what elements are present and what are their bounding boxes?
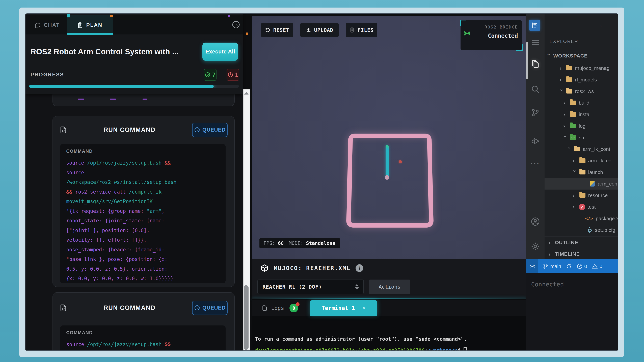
python-file-icon [590,181,595,187]
tab-divider [305,304,306,312]
git-branch-item[interactable]: main [542,263,561,269]
pip-purple [228,15,230,17]
tree-item-label: launch [588,169,603,175]
tab-logs[interactable]: Logs 0 [262,304,298,312]
app-logo-icon[interactable] [529,20,540,31]
tree-item-ros2_ws[interactable]: ›ros2_ws [544,85,618,97]
chevron-down-icon: › [546,54,552,58]
tree-item-resource[interactable]: ›resource [544,190,618,201]
command-line: velocity: [], effort: []}}, [66,235,220,245]
plan-header: CHAT PLAN ROS2 Robot Arm Control System … [26,14,243,94]
chevron-right-icon: › [560,77,564,83]
chevron-right-icon: › [560,65,564,71]
tree-item-arm_ik_cont[interactable]: ›arm_ik_cont [544,143,618,155]
log-file-icon [262,305,268,311]
files-button[interactable]: FILES [346,23,377,37]
connection-status: Connected [531,281,564,288]
tree-item-arm_cont[interactable]: arm_cont [544,178,618,190]
folder-icon [566,66,572,70]
connection-footer: Connected [526,273,618,351]
upload-button[interactable]: UPLOAD [300,23,338,37]
scroll-up-arrow-icon[interactable] [244,92,248,94]
tree-item-label: arm_cont [598,181,618,187]
tree-item-label: log [579,123,586,129]
scrollbar-thumb[interactable] [244,285,248,350]
progress-fill [29,85,214,88]
command-label: COMMAND [66,330,220,335]
tab-plan[interactable]: PLAN [67,15,113,35]
tree-item-mujoco_menag[interactable]: ›mujoco_menag [544,62,618,74]
errors-item[interactable]: 0 [576,263,587,269]
workspace-root[interactable]: › WORKSPACE [547,53,588,59]
tree-item-log[interactable]: ›log [544,120,618,132]
app-window: RUN COMMAND QUEUED COMMAND source /opt/r… [25,13,618,351]
source-control-icon[interactable] [530,107,541,118]
viewport-scrollbar-thumb[interactable] [526,42,528,79]
run-command-card: RUN COMMAND QUEUED COMMAND source /opt/r… [52,292,234,351]
command-line: "base_link"}, pose: {position: {x: [66,255,220,264]
reacher-arm-link [386,145,388,178]
timeline-section[interactable]: › TIMELINE [544,248,618,259]
chevron-right-icon: › [548,251,552,257]
tree-item-label: arm_ik_co [588,158,611,164]
menu-icon[interactable] [530,37,541,48]
history-clock-button[interactable] [232,20,240,29]
command-box: COMMAND source /opt/ros/jazzy/setup.bash… [60,326,226,351]
code-remnant [142,98,147,100]
file-tree: ›mujoco_menag›rl_models›ros2_ws›build›in… [544,62,618,236]
pip-teal [67,14,70,17]
tree-item-setup.cfg[interactable]: setup.cfg [544,224,618,236]
folder-open-icon [574,147,580,151]
outline-section[interactable]: › OUTLINE [544,237,618,248]
actions-button[interactable]: Actions [369,280,410,294]
viewport-hud: FPS: 60 MODE: Standalone [260,238,340,248]
more-actions-icon[interactable]: ··· [530,158,541,169]
command-line: pose_stamped: {header: {frame_id: [66,245,220,255]
ros2-bridge-badge: ROS2 BRIDGE Connected [460,20,522,50]
test-flask-icon [580,204,585,210]
remote-indicator[interactable]: >< [526,259,538,273]
plan-title: ROS2 Robot Arm Control System with ... [30,47,202,56]
tree-item-src[interactable]: ›<>src [544,132,618,143]
explorer-pane: ← EXPLORER › WORKSPACE ›mujoco_menag›rl_… [544,14,618,259]
back-arrow-icon[interactable]: ← [599,20,606,29]
plan-scrollbar[interactable] [243,89,250,351]
clock-icon [194,127,200,133]
terminal-output[interactable]: To run a command as administrator (user … [255,319,523,351]
reset-button[interactable]: RESET [261,23,293,37]
tree-item-rl_models[interactable]: ›rl_models [544,74,618,85]
model-select[interactable]: REACHER RL (2-DOF) [258,280,364,294]
execute-all-button[interactable]: Execute All [202,42,238,61]
settings-gear-icon[interactable] [530,241,541,252]
tree-item-label: src [579,135,586,140]
explorer-files-icon[interactable] [530,59,541,69]
check-circle-icon [205,72,210,78]
close-icon[interactable]: × [362,305,366,311]
tree-item-package.x[interactable]: </>package.x [544,213,618,224]
tree-item-launch[interactable]: ›launch [544,166,618,178]
tree-item-arm_ik_co[interactable]: ›arm_ik_co [544,155,618,166]
tab-chat[interactable]: CHAT [28,15,67,35]
tree-item-label: test [588,204,596,210]
info-icon[interactable]: i [356,264,363,272]
model-title: MUJOCO: REACHER.XML [274,265,350,272]
account-icon[interactable] [530,216,541,227]
run-debug-icon[interactable] [530,136,541,146]
signal-icon [463,29,471,37]
progress-label: PROGRESS [30,72,204,78]
tree-item-build[interactable]: ›build [544,97,618,109]
tree-item-install[interactable]: ›install [544,109,618,120]
tree-item-test[interactable]: ›test [544,201,618,213]
command-label: COMMAND [66,149,220,154]
command-line: && ros2 service call /compute_ik [66,187,220,197]
plan-scroll-area[interactable]: RUN COMMAND QUEUED COMMAND source /opt/r… [26,94,243,351]
tab-terminal-1[interactable]: Terminal 1 × [310,300,377,316]
mujoco-viewport[interactable]: RESET UPLOAD FILES ROS2 BRIDGE Connected [252,16,526,259]
terminal-cursor [464,348,467,351]
terminal-line: To run a command as administrator (user … [255,335,523,343]
vscode-panel: ··· ← EXPLORER › WORKSPACE ›mujoco_menag… [526,14,618,351]
warnings-item[interactable]: 0 [592,263,602,269]
sync-button[interactable] [566,263,572,269]
search-icon[interactable] [530,84,541,94]
chevron-down-icon: › [566,147,572,151]
